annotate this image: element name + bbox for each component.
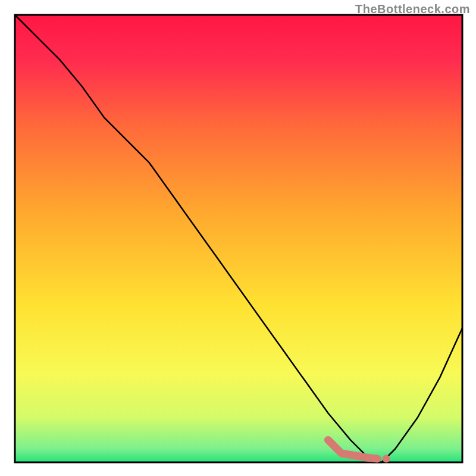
watermark-text: TheBottleneck.com: [355, 2, 470, 16]
bottleneck-chart: [0, 0, 476, 476]
marker-band-dot: [383, 455, 390, 463]
chart-container: TheBottleneck.com: [0, 0, 476, 476]
plot-background: [15, 15, 462, 462]
marker-band-dot-small: [376, 456, 381, 461]
